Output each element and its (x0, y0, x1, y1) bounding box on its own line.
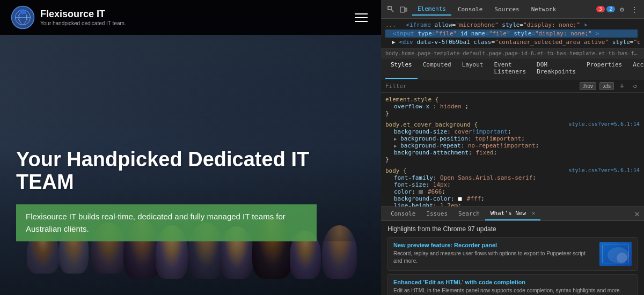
bottom-tab-whatsnew[interactable]: What's New ✕ (485, 207, 540, 220)
logo-name: Flexisource IT (40, 9, 126, 20)
color-swatch-2[interactable] (458, 197, 462, 201)
tab-console[interactable]: Console (452, 4, 488, 15)
tab-elements[interactable]: Elements (412, 3, 451, 16)
svg-line-4 (391, 10, 393, 12)
filter-row: :hov .cls + ↺ (381, 79, 644, 93)
whatsnew-content: Highlights from the Chrome 97 update New… (381, 221, 644, 295)
css-prop-color: color: #666; (385, 188, 640, 195)
color-swatch-1[interactable] (419, 190, 423, 194)
whatsnew-card-1-desc: Record, replay and measure user flows wi… (393, 250, 595, 265)
dom-tree: ... <iframe allow="microphone" style="di… (381, 19, 644, 49)
close-whatsnew-tab[interactable]: ✕ (532, 210, 536, 217)
add-rule-icon[interactable]: + (617, 81, 627, 91)
error-badge: 3 (596, 6, 605, 12)
devtools-topbar-icons (385, 4, 409, 14)
settings-icon[interactable]: ⚙ (617, 4, 627, 14)
whatsnew-card-2-text: Enhanced 'Edit as HTML' with code comple… (393, 279, 632, 294)
hamburger-line2 (355, 17, 368, 18)
css-file-link-2[interactable]: style.css?ver=5.6.1:14 (569, 121, 640, 127)
warning-badge: 2 (606, 6, 615, 12)
hero-title: Your Handpicked Dedicated IT TEAM (16, 149, 365, 194)
tab-network[interactable]: Network (526, 4, 561, 15)
css-prop-font-size: font-size: 14px; (385, 181, 640, 188)
subtab-layout[interactable]: Layout (457, 58, 489, 79)
css-close-1: } (385, 110, 640, 117)
css-block-cover-bg: body.et_cover_background { style.css?ver… (381, 120, 644, 164)
css-prop-bg-attach: background-attachment: fixed; (385, 149, 640, 156)
hamburger-line3 (355, 21, 368, 22)
tab-sources[interactable]: Sources (489, 4, 524, 15)
css-selector-1: element.style { (385, 96, 640, 103)
css-close-2: } (385, 156, 640, 163)
whatsnew-card-1-thumbnail (599, 242, 632, 266)
css-prop-bg-pos: ▶ background-position: top!important; (385, 135, 640, 142)
hamburger-line1 (355, 13, 368, 14)
css-rules-panel: element.style { overflow-x : hidden ; } … (381, 93, 644, 206)
whatsnew-card-2-desc: Edit as HTML in the Elements panel now s… (393, 287, 632, 294)
logo-icon (11, 5, 35, 30)
logo-area: Flexisource IT Your handpicked dedicated… (11, 5, 126, 30)
hero-subtitle-box: Flexisource IT builds real-time, dedicat… (16, 204, 317, 241)
svg-rect-5 (400, 7, 405, 12)
hero-content: Your Handpicked Dedicated IT TEAM Flexis… (16, 149, 365, 241)
subtab-properties[interactable]: Properties (581, 58, 627, 79)
hero-subtitle: Flexisource IT builds real-time, dedicat… (26, 211, 307, 235)
filter-cls-button[interactable]: .cls (599, 82, 614, 90)
whatsnew-card-1: New preview feature: Recorder panel Reco… (387, 237, 638, 271)
css-prop-line-height: line-height: 1.7em; (385, 202, 640, 206)
bottom-panel: Console Issues Search What's New ✕ ✕ Hig… (381, 206, 644, 295)
bottom-tab-issues[interactable]: Issues (421, 208, 453, 220)
svg-rect-6 (405, 8, 407, 11)
dom-line-2: <input type="file" id name="file" style=… (385, 29, 640, 38)
website-panel: Flexisource IT Your handpicked dedicated… (0, 0, 381, 295)
css-selector-2: body.et_cover_background { style.css?ver… (385, 121, 640, 128)
devtools-topbar: Elements Console Sources Network 3 2 ⚙ ⋮ (381, 0, 644, 19)
subtab-event-listeners[interactable]: Event Listeners (488, 58, 531, 79)
svg-rect-3 (388, 6, 391, 10)
subtab-dom-breakpoints[interactable]: DOM Breakpoints (531, 58, 581, 79)
device-icon[interactable] (398, 4, 409, 14)
breadcrumb: body.home.page-template-default.page.pag… (381, 49, 644, 58)
filter-hov-button[interactable]: :hov (580, 82, 596, 90)
css-block-body: body { style.css?ver=5.6.1:14 font-famil… (381, 166, 644, 206)
whatsnew-card-1-title[interactable]: New preview feature: Recorder panel (393, 242, 595, 248)
logo-text: Flexisource IT Your handpicked dedicated… (40, 9, 126, 26)
dom-line-3: ▶ <div data-v-5f0b9ba1 class="container_… (385, 38, 640, 46)
bottom-tab-console[interactable]: Console (385, 208, 421, 220)
logo-tagline: Your handpicked dedicated IT team. (40, 20, 126, 26)
bottom-tab-search[interactable]: Search (453, 208, 485, 220)
css-prop-overflow-x: overflow-x : hidden ; (385, 103, 640, 110)
subtab-computed[interactable]: Computed (418, 58, 457, 79)
whatsnew-card-1-text: New preview feature: Recorder panel Reco… (393, 242, 595, 266)
devtools-right-icons: 3 2 ⚙ ⋮ (596, 4, 640, 14)
bottom-panel-close[interactable]: ✕ (634, 209, 640, 219)
whatsnew-card-2: Enhanced 'Edit as HTML' with code comple… (387, 274, 638, 295)
hamburger-menu[interactable] (352, 11, 370, 25)
website-nav: Flexisource IT Your handpicked dedicated… (0, 0, 381, 35)
refresh-icon[interactable]: ↺ (630, 81, 640, 91)
dom-line-1: ... <iframe allow="microphone" style="di… (385, 21, 640, 29)
whatsnew-card-2-title[interactable]: Enhanced 'Edit as HTML' with code comple… (393, 279, 632, 285)
sub-tabs: Styles Computed Layout Event Listeners D… (381, 58, 644, 79)
css-selector-3: body { style.css?ver=5.6.1:14 (385, 167, 640, 174)
devtools-panel: Elements Console Sources Network 3 2 ⚙ ⋮… (381, 0, 644, 295)
bottom-tabs: Console Issues Search What's New ✕ ✕ (381, 207, 644, 221)
css-block-element-style: element.style { overflow-x : hidden ; } (381, 95, 644, 118)
css-prop-bg-size: background-size: cover!important; (385, 128, 640, 135)
website-overlay (0, 0, 381, 295)
subtab-accessibility[interactable]: Accessibility (627, 58, 644, 79)
css-filter-input[interactable] (385, 83, 576, 90)
css-prop-font-family: font-family: Open Sans,Arial,sans-serif; (385, 174, 640, 181)
css-file-link-3[interactable]: style.css?ver=5.6.1:14 (569, 167, 640, 173)
inspect-icon[interactable] (385, 4, 396, 14)
whatsnew-title: Highlights from the Chrome 97 update (387, 225, 638, 233)
css-prop-bg-repeat: ▶ background-repeat: no-repeat!important… (385, 142, 640, 149)
css-prop-bg-color: background-color: #fff; (385, 195, 640, 202)
svg-point-2 (20, 9, 26, 14)
subtab-styles[interactable]: Styles (385, 58, 418, 79)
more-options-icon[interactable]: ⋮ (629, 4, 640, 14)
devtools-main-tabs: Elements Console Sources Network (412, 3, 593, 16)
